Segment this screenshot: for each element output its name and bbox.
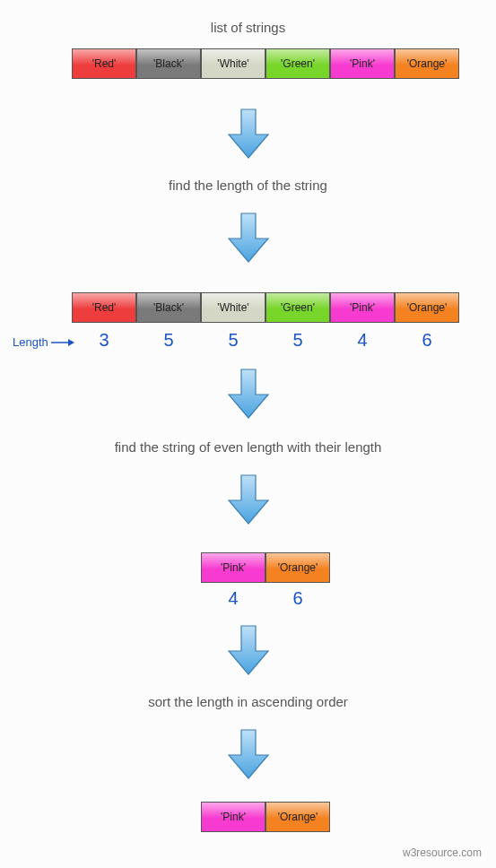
arrow-down-icon bbox=[0, 108, 496, 160]
cell-label: 'Red' bbox=[92, 57, 117, 70]
cell-label: 'Green' bbox=[281, 301, 315, 314]
cell-label: 'Pink' bbox=[221, 811, 246, 823]
length-label-text: Length bbox=[13, 335, 48, 349]
length-value: 4 bbox=[201, 588, 265, 609]
cell-label: 'Red' bbox=[92, 301, 117, 314]
caption-even-length: find the string of even length with thei… bbox=[0, 439, 496, 455]
cell-label: 'Pink' bbox=[221, 561, 246, 574]
cell-label: 'Pink' bbox=[350, 301, 375, 314]
cell-black: 'Black' bbox=[136, 292, 201, 323]
cell-label: 'Pink' bbox=[350, 57, 375, 70]
length-value: 4 bbox=[330, 330, 395, 351]
cell-pink: 'Pink' bbox=[201, 802, 265, 832]
cell-orange: 'Orange' bbox=[265, 552, 330, 583]
row-sorted-result: 'Pink' 'Orange' bbox=[201, 802, 330, 832]
cell-label: 'Black' bbox=[153, 57, 184, 70]
arrow-down-icon bbox=[0, 473, 496, 525]
cell-label: 'Orange' bbox=[407, 57, 448, 70]
length-value: 3 bbox=[72, 330, 136, 351]
cell-black: 'Black' bbox=[136, 48, 201, 79]
row-initial-strings: 'Red' 'Black' 'White' 'Green' 'Pink' 'Or… bbox=[72, 48, 459, 79]
diagram-container: list of strings 'Red' 'Black' 'White' 'G… bbox=[0, 0, 496, 868]
cell-green: 'Green' bbox=[265, 48, 330, 79]
row-with-lengths: 'Red' 'Black' 'White' 'Green' 'Pink' 'Or… bbox=[72, 292, 459, 323]
cell-white: 'White' bbox=[201, 48, 265, 79]
arrow-down-icon bbox=[0, 624, 496, 676]
cell-orange: 'Orange' bbox=[395, 48, 459, 79]
lengths-row-even: 4 6 bbox=[201, 588, 330, 609]
watermark: w3resource.com bbox=[403, 846, 482, 859]
caption-find-length: find the length of the string bbox=[0, 178, 496, 193]
caption-list-of-strings: list of strings bbox=[0, 20, 496, 35]
cell-label: 'Orange' bbox=[278, 561, 318, 574]
length-value: 5 bbox=[265, 330, 330, 351]
arrow-down-icon bbox=[0, 212, 496, 264]
cell-green: 'Green' bbox=[265, 292, 330, 323]
cell-white: 'White' bbox=[201, 292, 265, 323]
length-label: Length bbox=[13, 335, 75, 349]
cell-label: 'White' bbox=[217, 57, 248, 70]
cell-pink: 'Pink' bbox=[330, 292, 395, 323]
cell-red: 'Red' bbox=[72, 292, 136, 323]
row-even-length: 'Pink' 'Orange' bbox=[201, 552, 330, 583]
cell-orange: 'Orange' bbox=[265, 802, 330, 832]
cell-pink: 'Pink' bbox=[330, 48, 395, 79]
length-value: 6 bbox=[265, 588, 330, 609]
cell-orange: 'Orange' bbox=[395, 292, 459, 323]
length-value: 5 bbox=[201, 330, 265, 351]
caption-sort-ascending: sort the length in ascending order bbox=[0, 694, 496, 709]
arrow-down-icon bbox=[0, 368, 496, 420]
cell-label: 'Orange' bbox=[407, 301, 448, 314]
arrow-down-icon bbox=[0, 728, 496, 780]
cell-label: 'Black' bbox=[153, 301, 184, 314]
length-value: 6 bbox=[395, 330, 459, 351]
cell-pink: 'Pink' bbox=[201, 552, 265, 583]
cell-label: 'Orange' bbox=[278, 811, 318, 823]
lengths-row: 3 5 5 5 4 6 bbox=[72, 330, 459, 351]
cell-red: 'Red' bbox=[72, 48, 136, 79]
length-value: 5 bbox=[136, 330, 201, 351]
cell-label: 'Green' bbox=[281, 57, 315, 70]
cell-label: 'White' bbox=[217, 301, 248, 314]
